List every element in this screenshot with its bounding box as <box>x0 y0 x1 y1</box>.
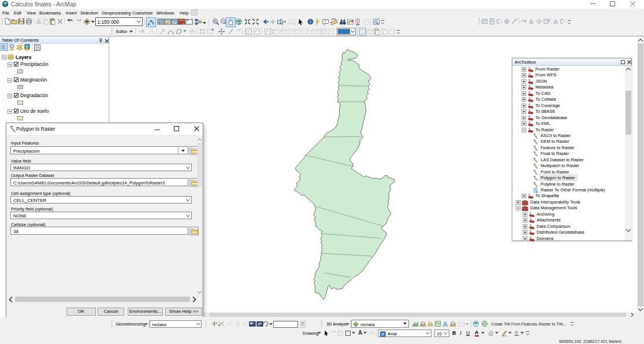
svg-text:xy: xy <box>356 23 360 26</box>
